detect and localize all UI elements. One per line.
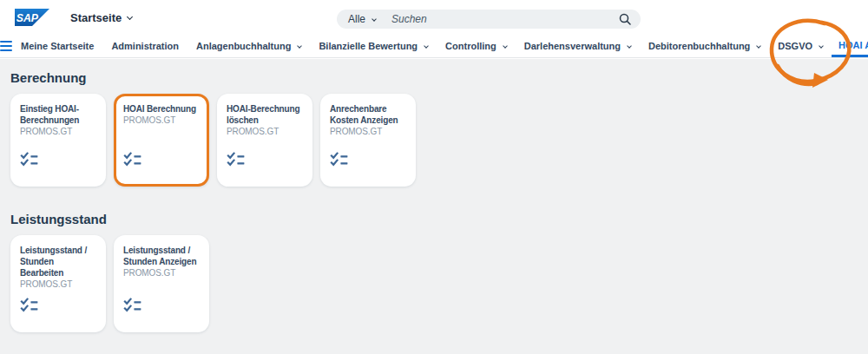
tile-hoai-berechnung-loeschen[interactable]: HOAI-Berechnung löschen PROMOS.GT xyxy=(217,94,312,187)
nav-item-hoai-anwender[interactable]: HOAI Anwender xyxy=(832,35,868,57)
tile-title: HOAI-Berechnung löschen xyxy=(227,103,303,126)
tile-group-berechnung: Einstieg HOAI-Berechnungen PROMOS.GT HOA… xyxy=(10,94,868,187)
chevron-down-icon xyxy=(372,16,377,22)
nav-item-controlling[interactable]: Controlling xyxy=(437,35,516,57)
search-scope-select[interactable]: Alle xyxy=(348,13,376,25)
tile-einstieg-hoai-berechnungen[interactable]: Einstieg HOAI-Berechnungen PROMOS.GT xyxy=(10,94,106,187)
search-input[interactable] xyxy=(391,13,619,25)
sap-logo[interactable]: SAP xyxy=(15,9,49,26)
homepage-title-menu[interactable]: Startseite xyxy=(70,11,132,24)
checklist-icon xyxy=(123,152,141,167)
chevron-down-icon xyxy=(819,43,824,49)
tile-subtitle: PROMOS.GT xyxy=(20,127,96,136)
tile-title: Einstieg HOAI-Berechnungen xyxy=(20,103,96,126)
chevron-down-icon xyxy=(424,43,429,49)
nav-bar: Meine Startseite Administration Anlagenb… xyxy=(0,35,868,58)
svg-text:SAP: SAP xyxy=(16,12,39,24)
hamburger-icon xyxy=(0,41,12,51)
checklist-icon xyxy=(227,152,245,167)
nav-item-administration[interactable]: Administration xyxy=(102,35,187,57)
menu-button[interactable] xyxy=(0,35,12,57)
search-scope-value: Alle xyxy=(348,13,365,25)
tile-hoai-berechnung[interactable]: HOAI Berechnung PROMOS.GT xyxy=(114,94,209,187)
tile-subtitle: PROMOS.GT xyxy=(123,268,200,278)
top-bar: SAP Startseite Alle xyxy=(0,0,868,35)
search-button[interactable] xyxy=(619,13,631,25)
chevron-down-icon xyxy=(627,43,632,49)
tile-title: HOAI Berechnung xyxy=(123,103,200,115)
chevron-down-icon xyxy=(298,43,303,49)
nav-item-dsgvo[interactable]: DSGVO xyxy=(769,35,832,57)
tile-subtitle: PROMOS.GT xyxy=(20,279,96,289)
nav-item-debitorenbuchhaltung[interactable]: Debitorenbuchhaltung xyxy=(640,35,769,57)
checklist-icon xyxy=(123,298,141,312)
tile-title: Leistungsstand / Stunden Anzeigen xyxy=(123,245,200,267)
content-area: Berechnung Einstieg HOAI-Berechnungen PR… xyxy=(0,59,868,354)
tile-subtitle: PROMOS.GT xyxy=(330,127,406,136)
section-title-leistungsstand: Leistungsstand xyxy=(10,187,868,226)
search-bar: Alle xyxy=(337,10,641,29)
chevron-down-icon xyxy=(503,43,508,49)
sap-logo-icon: SAP xyxy=(15,9,49,26)
nav-item-meine-startseite[interactable]: Meine Startseite xyxy=(12,35,102,57)
page-title: Startseite xyxy=(70,11,122,24)
tile-leistungsstand-stunden-bearbeiten[interactable]: Leistungsstand / Stunden Bearbeiten PROM… xyxy=(10,235,106,332)
nav-item-darlehensverwaltung[interactable]: Darlehensverwaltung xyxy=(516,35,640,57)
checklist-icon xyxy=(20,298,38,312)
nav-item-bilanzielle-bewertung[interactable]: Bilanzielle Bewertung xyxy=(310,35,437,57)
chevron-down-icon xyxy=(757,43,762,49)
chevron-down-icon xyxy=(127,13,133,19)
checklist-icon xyxy=(20,152,38,167)
tile-title: Anrechenbare Kos­ten Anzeigen xyxy=(330,103,406,126)
checklist-icon xyxy=(330,152,348,167)
tile-group-leistungsstand: Leistungsstand / Stunden Bearbeiten PROM… xyxy=(10,235,868,332)
nav-item-anlagenbuchhaltung[interactable]: Anlagenbuchhaltung xyxy=(187,35,310,57)
tile-anrechenbare-kosten-anzeigen[interactable]: Anrechenbare Kos­ten Anzeigen PROMOS.GT xyxy=(320,94,416,187)
section-title-berechnung: Berechnung xyxy=(10,59,868,85)
tile-leistungsstand-stunden-anzeigen[interactable]: Leistungsstand / Stunden Anzeigen PROMOS… xyxy=(114,235,209,332)
magnifier-icon xyxy=(619,13,631,25)
tile-subtitle: PROMOS.GT xyxy=(227,127,303,136)
tile-subtitle: PROMOS.GT xyxy=(123,115,200,125)
tile-title: Leistungsstand / Stunden Bearbeiten xyxy=(20,245,96,279)
